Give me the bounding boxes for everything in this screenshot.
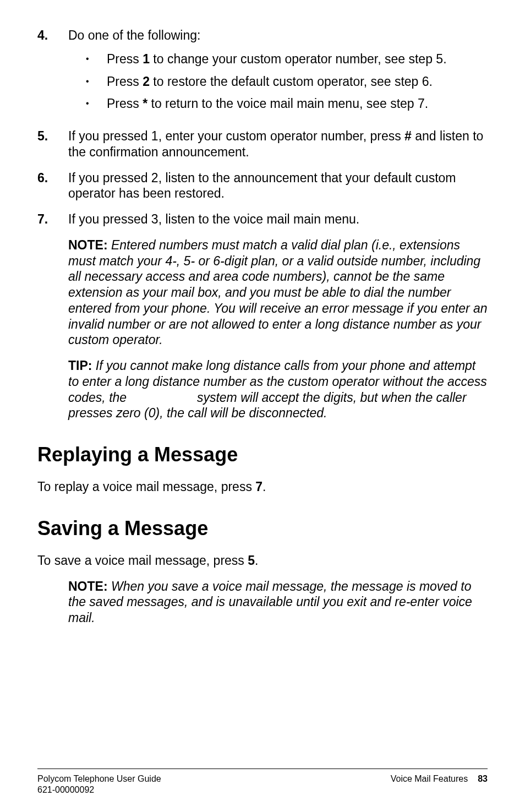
bullet-pre: Press [107,74,143,89]
replay-paragraph: To replay a voice mail message, press 7. [37,479,488,495]
tip-label: TIP: [68,358,92,373]
bullet-key: 1 [143,52,150,66]
page-number: 83 [478,773,488,795]
bullet-text: Press * to return to the voice mail main… [107,96,428,112]
replay-pre: To replay a voice mail message, press [37,479,255,494]
bullet-text: Press 2 to restore the default custom op… [107,74,433,90]
step-pre: If you pressed 1, enter your custom oper… [68,129,404,143]
save-key: 5 [248,553,255,568]
note-text: When you save a voice mail message, the … [68,579,472,625]
footer-right: Voice Mail Features 83 [391,773,488,795]
save-post: . [255,553,258,568]
bullet-icon: • [86,74,107,90]
heading-replaying: Replaying a Message [37,442,488,467]
replay-post: . [262,479,266,494]
save-pre: To save a voice mail message, press [37,553,248,568]
footer-guide-title: Polycom Telephone User Guide [37,773,161,784]
step-text: Do one of the following: [68,28,200,42]
page-footer: Polycom Telephone User Guide 621-0000009… [37,769,488,795]
step-6: 6. If you pressed 2, listen to the annou… [37,170,488,202]
step-number: 5. [37,128,68,160]
bullet-key: 2 [143,74,150,89]
bullet-icon: • [86,51,107,67]
tip-block: TIP: If you cannot make long distance ca… [37,358,488,421]
step-4: 4. Do one of the following: • Press 1 to… [37,28,488,118]
step-number: 4. [37,28,68,118]
heading-saving: Saving a Message [37,516,488,541]
footer-section: Voice Mail Features [391,773,468,795]
bullet-list: • Press 1 to change your custom operator… [68,51,488,112]
step-text: If you pressed 2, listen to the announce… [68,170,488,202]
note-block: NOTE: Entered numbers must match a valid… [37,237,488,348]
note-label: NOTE: [68,579,108,593]
footer-doc-id: 621-00000092 [37,784,161,795]
bullet-pre: Press [107,52,143,66]
step-key: # [404,129,412,143]
bullet-post: to restore the default custom operator, … [150,74,433,89]
bullet-item: • Press 2 to restore the default custom … [68,74,488,90]
bullet-pre: Press [107,96,143,111]
step-7: 7. If you pressed 3, listen to the voice… [37,211,488,227]
note-block-2: NOTE: When you save a voice mail message… [37,579,488,626]
save-paragraph: To save a voice mail message, press 5. [37,553,488,569]
bullet-text: Press 1 to change your custom operator n… [107,51,447,67]
bullet-post: to return to the voice mail main menu, s… [147,96,428,111]
step-text: If you pressed 3, listen to the voice ma… [68,211,488,227]
replay-key: 7 [255,479,262,494]
step-5: 5. If you pressed 1, enter your custom o… [37,128,488,160]
bullet-key: * [143,96,147,111]
step-content: Do one of the following: • Press 1 to ch… [68,28,488,118]
bullet-post: to change your custom operator number, s… [150,52,447,66]
footer-left: Polycom Telephone User Guide 621-0000009… [37,773,161,795]
bullet-icon: • [86,96,107,112]
step-number: 7. [37,211,68,227]
tip-text: If you cannot make long distance calls f… [68,358,490,420]
step-content: If you pressed 1, enter your custom oper… [68,128,488,160]
bullet-item: • Press * to return to the voice mail ma… [68,96,488,112]
note-label: NOTE: [68,238,108,252]
bullet-item: • Press 1 to change your custom operator… [68,51,488,67]
note-text: Entered numbers must match a valid dial … [68,238,488,347]
step-number: 6. [37,170,68,202]
